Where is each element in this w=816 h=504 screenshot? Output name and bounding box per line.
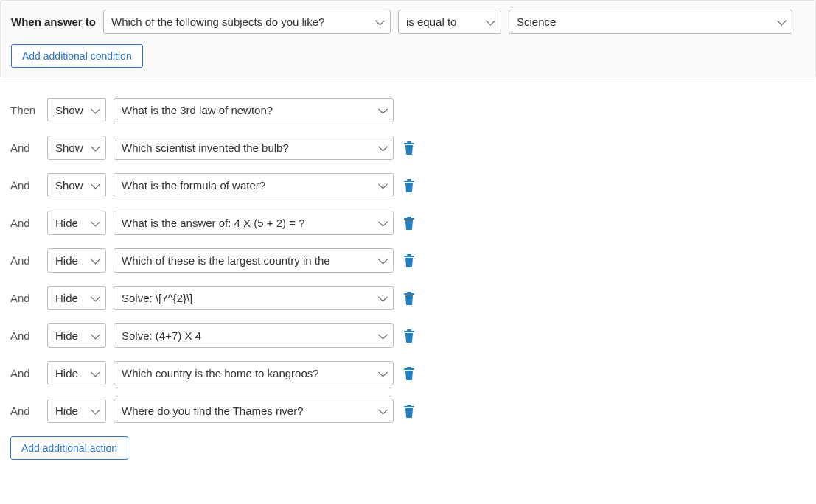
action-type-select[interactable]: Show	[47, 173, 106, 197]
action-target-select-wrap: Solve: (4+7) X 4	[114, 323, 394, 348]
action-type-select[interactable]: Hide	[47, 361, 106, 385]
svg-rect-6	[407, 254, 411, 256]
action-row: AndShowWhat is the formula of water?	[10, 173, 806, 197]
action-type-select-wrap: Hide	[47, 399, 106, 423]
svg-rect-7	[404, 256, 414, 257]
action-prefix: And	[10, 217, 40, 229]
action-target-select[interactable]: Which of these is the largest country in…	[114, 248, 394, 273]
svg-rect-15	[404, 406, 414, 407]
delete-icon[interactable]	[401, 215, 417, 231]
action-type-select[interactable]: Hide	[47, 286, 106, 310]
action-target-select[interactable]: Solve: \[7^{2}\]	[114, 286, 394, 310]
svg-rect-11	[404, 331, 414, 332]
action-row: ThenShowWhat is the 3rd law of newton?	[10, 98, 806, 122]
when-label: When answer to	[11, 15, 96, 28]
actions-section: ThenShowWhat is the 3rd law of newton?An…	[0, 89, 816, 470]
action-type-select[interactable]: Hide	[47, 323, 106, 348]
add-action-button[interactable]: Add additional action	[10, 436, 128, 460]
action-type-select-wrap: Show	[47, 136, 106, 160]
action-target-select[interactable]: Where do you find the Thames river?	[114, 399, 394, 423]
action-prefix: And	[10, 254, 40, 267]
action-type-select[interactable]: Hide	[47, 211, 106, 235]
action-type-select-wrap: Hide	[47, 248, 106, 273]
svg-rect-0	[407, 141, 411, 143]
action-type-select-wrap: Hide	[47, 211, 106, 235]
action-row: AndHideWhere do you find the Thames rive…	[10, 399, 806, 423]
action-target-select-wrap: Which country is the home to kangroos?	[114, 361, 394, 385]
action-type-select-wrap: Show	[47, 98, 106, 122]
action-type-select[interactable]: Hide	[47, 248, 106, 273]
value-select-wrap: Science	[509, 10, 792, 34]
delete-icon[interactable]	[401, 328, 417, 344]
action-prefix: And	[10, 141, 40, 154]
action-type-select-wrap: Hide	[47, 323, 106, 348]
action-target-select-wrap: Solve: \[7^{2}\]	[114, 286, 394, 310]
action-target-select[interactable]: Which scientist invented the bulb?	[114, 136, 394, 160]
action-type-select-wrap: Hide	[47, 286, 106, 310]
operator-select[interactable]: is equal to	[398, 10, 501, 34]
action-target-select[interactable]: What is the answer of: 4 X (5 + 2) = ?	[114, 211, 394, 235]
question-select-wrap: Which of the following subjects do you l…	[103, 10, 391, 34]
delete-icon[interactable]	[401, 290, 417, 307]
action-row: AndShowWhich scientist invented the bulb…	[10, 136, 806, 160]
condition-section: When answer to Which of the following su…	[0, 0, 816, 77]
action-target-select[interactable]: What is the formula of water?	[114, 173, 394, 197]
svg-rect-4	[407, 217, 411, 218]
action-row: AndHideSolve: (4+7) X 4	[10, 323, 806, 348]
question-select[interactable]: Which of the following subjects do you l…	[103, 10, 391, 34]
action-type-select-wrap: Show	[47, 173, 106, 197]
action-target-select-wrap: What is the answer of: 4 X (5 + 2) = ?	[114, 211, 394, 235]
operator-select-wrap: is equal to	[398, 10, 501, 34]
action-type-select[interactable]: Hide	[47, 399, 106, 423]
svg-rect-8	[407, 292, 411, 293]
action-target-select-wrap: Which of these is the largest country in…	[114, 248, 394, 273]
svg-rect-5	[404, 218, 414, 220]
action-row: AndHideSolve: \[7^{2}\]	[10, 286, 806, 310]
action-type-select-wrap: Hide	[47, 361, 106, 385]
delete-icon[interactable]	[401, 140, 417, 156]
value-select[interactable]: Science	[509, 10, 792, 34]
svg-rect-3	[404, 181, 414, 182]
action-row: AndHideWhich country is the home to kang…	[10, 361, 806, 385]
action-target-select-wrap: Where do you find the Thames river?	[114, 399, 394, 423]
delete-icon[interactable]	[401, 365, 417, 382]
action-target-select-wrap: Which scientist invented the bulb?	[114, 136, 394, 160]
delete-icon[interactable]	[401, 403, 417, 419]
action-target-select-wrap: What is the 3rd law of newton?	[114, 98, 394, 122]
svg-rect-14	[407, 405, 411, 406]
action-type-select[interactable]: Show	[47, 98, 106, 122]
svg-rect-2	[407, 179, 411, 181]
action-prefix: Then	[10, 104, 40, 116]
action-target-select[interactable]: What is the 3rd law of newton?	[114, 98, 394, 122]
action-prefix: And	[10, 179, 40, 192]
action-prefix: And	[10, 292, 40, 304]
action-prefix: And	[10, 367, 40, 379]
svg-rect-10	[407, 329, 411, 331]
action-target-select-wrap: What is the formula of water?	[114, 173, 394, 197]
action-target-select[interactable]: Which country is the home to kangroos?	[114, 361, 394, 385]
svg-rect-9	[404, 293, 414, 295]
condition-row: When answer to Which of the following su…	[11, 10, 805, 34]
action-prefix: And	[10, 405, 40, 417]
action-type-select[interactable]: Show	[47, 136, 106, 160]
svg-rect-13	[404, 368, 414, 370]
action-row: AndHideWhich of these is the largest cou…	[10, 248, 806, 273]
delete-icon[interactable]	[401, 178, 417, 194]
delete-icon[interactable]	[401, 253, 417, 269]
action-target-select[interactable]: Solve: (4+7) X 4	[114, 323, 394, 348]
add-condition-button[interactable]: Add additional condition	[11, 44, 143, 68]
svg-rect-12	[407, 367, 411, 368]
action-prefix: And	[10, 329, 40, 342]
svg-rect-1	[404, 143, 414, 144]
action-row: AndHideWhat is the answer of: 4 X (5 + 2…	[10, 211, 806, 235]
